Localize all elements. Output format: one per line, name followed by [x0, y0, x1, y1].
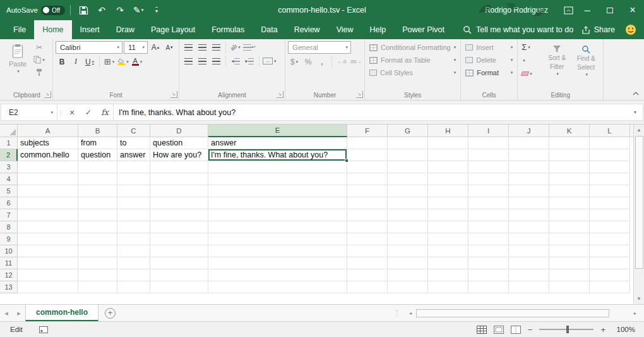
tab-power-pivot[interactable]: Power Pivot	[394, 20, 453, 39]
formula-bar-handle[interactable]: ⋮	[57, 109, 64, 116]
ribbon-display-options-button[interactable]	[561, 2, 576, 18]
cell-D11[interactable]	[150, 257, 208, 269]
cell-E6[interactable]	[208, 197, 347, 209]
cell-A12[interactable]	[18, 269, 78, 281]
cell-G11[interactable]	[388, 257, 428, 269]
cell-K7[interactable]	[549, 209, 590, 221]
maximize-button[interactable]	[599, 0, 621, 20]
cell-B12[interactable]	[78, 269, 117, 281]
alignment-dialog-launcher[interactable]: ↘	[277, 91, 283, 98]
cell-E3[interactable]	[208, 161, 347, 173]
row-header-9[interactable]: 9	[0, 233, 18, 245]
scroll-right-arrow[interactable]: ▸	[630, 310, 640, 316]
cell-K8[interactable]	[549, 221, 590, 233]
cancel-entry-button[interactable]: ×	[64, 104, 80, 120]
cell-D7[interactable]	[150, 209, 208, 221]
cell-L10[interactable]	[590, 245, 630, 257]
cell-I9[interactable]	[468, 233, 509, 245]
cell-C8[interactable]	[117, 221, 150, 233]
fill-color-button[interactable]: ▾	[117, 56, 129, 68]
align-bottom-button[interactable]	[210, 41, 222, 53]
sheet-nav-right-button[interactable]: ▸	[13, 305, 25, 321]
number-dialog-launcher[interactable]: ↘	[356, 91, 363, 98]
cell-J8[interactable]	[509, 221, 549, 233]
cell-C11[interactable]	[117, 257, 150, 269]
cell-B3[interactable]	[78, 161, 117, 173]
cell-H11[interactable]	[428, 257, 468, 269]
font-dialog-launcher[interactable]: ↘	[170, 91, 177, 98]
font-size-select[interactable]: 11▾	[124, 41, 148, 54]
cell-E7[interactable]	[208, 209, 347, 221]
cell-J5[interactable]	[509, 185, 549, 197]
decrease-font-size-button[interactable]: A▾	[163, 42, 176, 54]
row-header-13[interactable]: 13	[0, 281, 18, 293]
zoom-level[interactable]: 100%	[612, 326, 635, 333]
cell-A10[interactable]	[18, 245, 78, 257]
cell-F9[interactable]	[347, 233, 388, 245]
tab-view[interactable]: View	[328, 20, 362, 39]
format-as-table-button[interactable]: Format as Table▾	[367, 54, 458, 66]
cell-K12[interactable]	[549, 269, 590, 281]
fill-handle[interactable]	[345, 159, 349, 162]
cell-D8[interactable]	[150, 221, 208, 233]
cell-C12[interactable]	[117, 269, 150, 281]
cell-L7[interactable]	[590, 209, 630, 221]
cell-F8[interactable]	[347, 221, 388, 233]
feedback-smiley-icon[interactable]	[625, 24, 636, 35]
cell-A11[interactable]	[18, 257, 78, 269]
cell-L2[interactable]	[590, 149, 630, 161]
format-painter-button[interactable]	[33, 66, 45, 78]
cell-K2[interactable]	[549, 149, 590, 161]
confirm-entry-button[interactable]: ✓	[80, 104, 97, 120]
cell-B9[interactable]	[78, 233, 117, 245]
cell-F6[interactable]	[347, 197, 388, 209]
column-header-B[interactable]: B	[78, 125, 117, 137]
tab-home[interactable]: Home	[34, 20, 71, 39]
align-left-button[interactable]	[182, 55, 194, 67]
cell-B2[interactable]: question	[78, 149, 117, 161]
minimize-button[interactable]: ─	[576, 0, 599, 20]
row-header-12[interactable]: 12	[0, 269, 18, 281]
cell-I13[interactable]	[468, 281, 509, 293]
cell-F4[interactable]	[347, 173, 388, 185]
cell-B13[interactable]	[78, 281, 117, 293]
cell-C4[interactable]	[117, 173, 150, 185]
cell-B1[interactable]: from	[78, 137, 117, 149]
increase-indent-button[interactable]: ▸	[243, 55, 256, 67]
font-color-button[interactable]: A ▾	[131, 56, 143, 68]
zoom-in-button[interactable]: +	[600, 325, 605, 334]
cell-K10[interactable]	[549, 245, 590, 257]
cell-F3[interactable]	[347, 161, 388, 173]
cell-E13[interactable]	[208, 281, 347, 293]
bold-button[interactable]: B	[56, 56, 68, 68]
cell-L5[interactable]	[590, 185, 630, 197]
cell-H7[interactable]	[428, 209, 468, 221]
cell-I2[interactable]	[468, 149, 509, 161]
cell-E8[interactable]	[208, 221, 347, 233]
cell-L3[interactable]	[590, 161, 630, 173]
cell-J13[interactable]	[509, 281, 549, 293]
align-right-button[interactable]	[210, 55, 222, 67]
column-header-G[interactable]: G	[388, 125, 428, 137]
cell-C7[interactable]	[117, 209, 150, 221]
cell-G10[interactable]	[388, 245, 428, 257]
cell-G8[interactable]	[388, 221, 428, 233]
normal-view-button[interactable]	[477, 326, 487, 334]
cell-D4[interactable]	[150, 173, 208, 185]
find-select-button[interactable]: Find & Select ▾	[571, 41, 600, 82]
cell-G1[interactable]	[388, 137, 428, 149]
align-middle-button[interactable]	[196, 41, 208, 53]
tab-page-layout[interactable]: Page Layout	[143, 20, 203, 39]
cell-B5[interactable]	[78, 185, 117, 197]
cell-H12[interactable]	[428, 269, 468, 281]
cell-G9[interactable]	[388, 233, 428, 245]
cell-D13[interactable]	[150, 281, 208, 293]
tab-data[interactable]: Data	[253, 20, 285, 39]
column-header-F[interactable]: F	[347, 125, 388, 137]
cell-A4[interactable]	[18, 173, 78, 185]
cell-K9[interactable]	[549, 233, 590, 245]
cell-G2[interactable]	[388, 149, 428, 161]
cell-L11[interactable]	[590, 257, 630, 269]
undo-button[interactable]: ↶	[94, 2, 109, 18]
cell-D3[interactable]	[150, 161, 208, 173]
